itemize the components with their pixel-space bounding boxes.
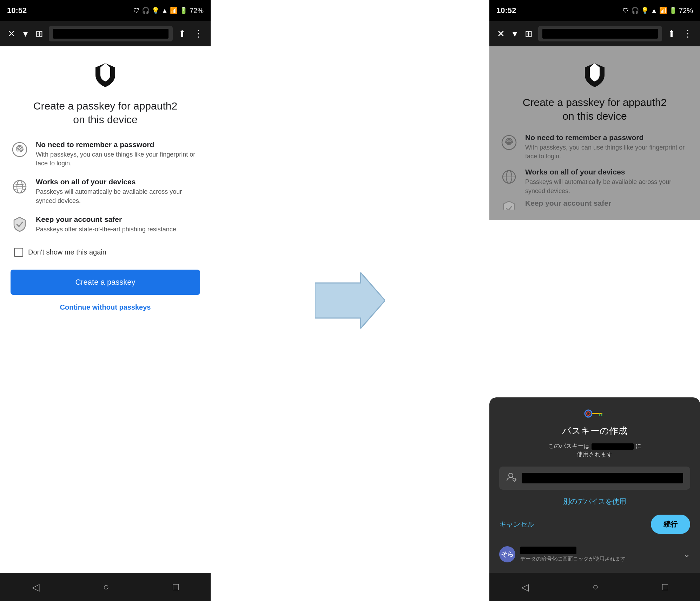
right-upper-features: No need to remember a password With pass… — [500, 133, 689, 210]
feature-safer: Keep your account safer Passkeys offer s… — [11, 215, 200, 234]
google-key-icon — [584, 408, 605, 419]
back-button-left[interactable]: ◁ — [32, 581, 40, 593]
time-left: 10:52 — [7, 6, 27, 15]
feature-title-2-r: Works on all of your devices — [525, 168, 689, 176]
modal-continue-button[interactable]: 続行 — [651, 515, 690, 534]
recents-button-left[interactable]: □ — [173, 581, 179, 593]
feature-text-dev-r: Works on all of your devices Passkeys wi… — [525, 168, 689, 195]
feature-fingerprint: No need to remember a password With pass… — [11, 140, 200, 168]
chevron-down-icon[interactable]: ▾ — [21, 26, 30, 41]
feature-text-safer-r: Keep your account safer — [525, 199, 611, 209]
tabs-icon[interactable]: ⊞ — [33, 26, 45, 41]
dont-show-label: Don't show me this again — [28, 248, 106, 256]
modal-account-hint: データの暗号化に画面ロックが使用されます — [520, 556, 626, 562]
modal-subtitle-ni: に — [635, 443, 641, 449]
feature-desc-2: Passkeys will automatically be available… — [36, 187, 200, 205]
modal-account-name-bar — [520, 547, 576, 554]
phone-right: 10:52 🛡 🎧 💡 ▲ 📶 🔋 72% ✕ ▾ ⊞ ⬆ ⋮ — [489, 0, 700, 601]
url-text-right — [542, 29, 658, 39]
shield-status-icon: 🛡 — [133, 7, 140, 14]
battery-text-left: 72% — [190, 7, 204, 15]
modal-bottom-account-left: そら データの暗号化に画面ロックが使用されます — [499, 546, 626, 562]
status-bar-right: 10:52 🛡 🎧 💡 ▲ 📶 🔋 72% — [489, 0, 700, 21]
headset-icon: 🎧 — [142, 7, 150, 14]
battery-icon-r: 🔋 — [669, 7, 677, 14]
right-main-content: Create a passkey for appauth2on this dev… — [489, 46, 700, 573]
modal-cancel-button[interactable]: キャンセル — [499, 520, 534, 529]
close-icon[interactable]: ✕ — [6, 26, 18, 41]
modal-domain-redacted — [592, 443, 634, 450]
feature-title-2: Works on all of your devices — [36, 178, 200, 186]
time-right: 10:52 — [496, 6, 516, 15]
bulb-icon-r: 💡 — [641, 7, 649, 14]
chevron-down-icon-r[interactable]: ▾ — [510, 26, 519, 41]
modal-buttons-row: キャンセル 続行 — [499, 515, 690, 534]
bottom-nav-right: ◁ ○ □ — [489, 573, 700, 601]
modal-bottom-account: そら データの暗号化に画面ロックが使用されます ⌄ — [499, 541, 690, 566]
dont-show-row: Don't show me this again — [14, 248, 106, 257]
modal-key-icon-row — [499, 408, 690, 419]
feature-title-3-r: Keep your account safer — [525, 199, 611, 207]
svg-point-15 — [513, 478, 516, 481]
svg-marker-4 — [315, 272, 385, 329]
url-bar-left[interactable] — [49, 26, 173, 41]
user-avatar: そら — [499, 546, 515, 562]
dont-show-checkbox[interactable] — [14, 248, 23, 257]
bottom-nav-left: ◁ ○ □ — [0, 573, 211, 601]
features-list: No need to remember a password With pass… — [11, 140, 200, 234]
feature-title-1-r: No need to remember a password — [525, 133, 689, 142]
back-button-right[interactable]: ◁ — [521, 581, 529, 593]
signal-icon-r: 📶 — [659, 7, 667, 14]
create-passkey-button[interactable]: Create a passkey — [11, 270, 200, 295]
continue-without-passkeys-link[interactable]: Continue without passkeys — [60, 303, 151, 311]
share-icon[interactable]: ⬆ — [176, 26, 188, 41]
fingerprint-icon-r — [500, 133, 518, 152]
url-bar-right[interactable] — [538, 26, 662, 41]
browser-bar-right: ✕ ▾ ⊞ ⬆ ⋮ — [489, 21, 700, 46]
main-title-left: Create a passkey for appauth2on this dev… — [33, 99, 177, 126]
feature-desc-1: With passkeys, you can use things like y… — [36, 150, 200, 168]
feature-text-fp-r: No need to remember a password With pass… — [525, 133, 689, 161]
signal-icon: 📶 — [170, 7, 178, 14]
shield-status-icon-r: 🛡 — [623, 7, 629, 14]
bulb-icon: 💡 — [152, 7, 159, 14]
modal-account-name-redacted — [522, 473, 683, 483]
modal-other-device-link[interactable]: 別のデバイスを使用 — [499, 497, 690, 506]
modal-chevron-icon[interactable]: ⌄ — [683, 549, 690, 559]
feature-devices: Works on all of your devices Passkeys wi… — [11, 178, 200, 205]
fingerprint-icon — [11, 140, 29, 159]
globe-icon — [11, 178, 29, 196]
feature-safer-r-partial: Keep your account safer — [500, 199, 689, 210]
modal-account-row[interactable] — [499, 467, 690, 490]
feature-text-safer: Keep your account safer Passkeys offer s… — [36, 215, 178, 234]
browser-bar-left: ✕ ▾ ⊞ ⬆ ⋮ — [0, 21, 211, 46]
feature-text-fingerprint: No need to remember a password With pass… — [36, 140, 200, 168]
recents-button-right[interactable]: □ — [662, 581, 668, 593]
appauth-logo-right — [581, 60, 609, 88]
wifi-icon: ▲ — [161, 7, 168, 14]
battery-text-right: 72% — [679, 7, 693, 15]
more-icon[interactable]: ⋮ — [192, 26, 205, 41]
phone-left: 10:52 🛡 🎧 💡 ▲ 📶 🔋 72% ✕ ▾ ⊞ ⬆ ⋮ C — [0, 0, 211, 601]
modal-subtitle: このパスキーは に 使用されます — [499, 442, 690, 459]
appauth-logo — [91, 60, 119, 88]
close-icon-r[interactable]: ✕ — [495, 26, 507, 41]
headset-icon-r: 🎧 — [631, 7, 639, 14]
right-upper-area: Create a passkey for appauth2on this dev… — [489, 46, 700, 220]
more-icon-r[interactable]: ⋮ — [681, 26, 694, 41]
arrow-container — [211, 0, 489, 601]
status-bar-left: 10:52 🛡 🎧 💡 ▲ 📶 🔋 72% — [0, 0, 211, 21]
feature-text-devices: Works on all of your devices Passkeys wi… — [36, 178, 200, 205]
main-title-right: Create a passkey for appauth2on this dev… — [523, 95, 667, 123]
home-button-right[interactable]: ○ — [593, 581, 599, 593]
status-icons-right: 🛡 🎧 💡 ▲ 📶 🔋 72% — [623, 7, 693, 15]
content-area-left: Create a passkey for appauth2on this dev… — [0, 46, 211, 573]
modal-subtitle-used: 使用されます — [577, 451, 613, 458]
modal-subtitle-prefix: このパスキーは — [548, 443, 590, 449]
share-icon-r[interactable]: ⬆ — [666, 26, 678, 41]
url-text-left — [53, 29, 169, 39]
shield-check-icon — [11, 215, 29, 233]
home-button-left[interactable]: ○ — [103, 581, 109, 593]
svg-point-9 — [585, 410, 592, 417]
tabs-icon-r[interactable]: ⊞ — [523, 26, 535, 41]
